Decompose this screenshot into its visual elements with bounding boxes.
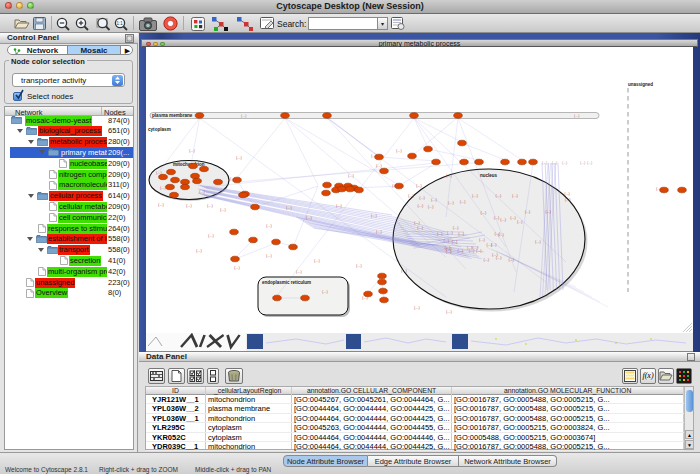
svg-text:endoplasmic reticulum: endoplasmic reticulum — [262, 280, 311, 285]
svg-text:(...): (...) — [467, 246, 473, 250]
svg-text:(...): (...) — [306, 216, 312, 220]
svg-text:(...): (...) — [495, 232, 501, 236]
svg-text:(...): (...) — [266, 224, 272, 228]
svg-text:(...): (...) — [457, 249, 463, 253]
svg-text:(...): (...) — [431, 198, 437, 202]
svg-text:(...): (...) — [446, 310, 452, 314]
svg-text:(...): (...) — [656, 187, 662, 191]
svg-text:(...): (...) — [443, 239, 449, 243]
svg-text:(...): (...) — [196, 249, 202, 253]
svg-text:(...): (...) — [314, 259, 320, 263]
svg-text:(...): (...) — [236, 156, 242, 160]
svg-text:(...): (...) — [496, 194, 502, 198]
svg-text:(...): (...) — [448, 201, 454, 205]
svg-text:(...): (...) — [322, 290, 328, 294]
svg-text:(...): (...) — [158, 203, 164, 207]
svg-text:(...): (...) — [356, 264, 362, 268]
svg-text:(...): (...) — [494, 216, 500, 220]
svg-text:(...): (...) — [408, 194, 414, 198]
svg-text:(...): (...) — [487, 243, 493, 247]
svg-text:(...): (...) — [446, 250, 452, 254]
svg-text:(...): (...) — [476, 249, 482, 253]
svg-text:(...): (...) — [230, 177, 236, 181]
svg-text:(...): (...) — [452, 240, 458, 244]
svg-text:(...): (...) — [234, 266, 240, 270]
svg-text:(...): (...) — [574, 114, 579, 118]
svg-text:(...): (...) — [336, 204, 342, 208]
svg-text:(...): (...) — [371, 154, 377, 158]
svg-text:(...): (...) — [418, 204, 424, 208]
svg-text:(...): (...) — [479, 238, 485, 242]
svg-text:(...): (...) — [496, 256, 502, 260]
svg-text:(...): (...) — [156, 171, 162, 175]
svg-text:(...): (...) — [510, 216, 516, 220]
svg-text:(...): (...) — [587, 161, 592, 165]
svg-text:(...): (...) — [186, 204, 192, 208]
svg-text:(...): (...) — [416, 184, 422, 188]
svg-text:(...): (...) — [241, 114, 246, 118]
svg-text:(...): (...) — [447, 231, 453, 235]
svg-text:(...): (...) — [207, 204, 213, 208]
svg-text:(...): (...) — [542, 161, 547, 165]
svg-text:1:1: 1:1 — [117, 21, 124, 26]
svg-text:plasma membrane: plasma membrane — [152, 113, 193, 118]
svg-text:(...): (...) — [517, 220, 523, 224]
svg-text:(...): (...) — [460, 200, 466, 204]
svg-text:(...): (...) — [545, 210, 551, 214]
svg-text:(...): (...) — [296, 270, 302, 274]
svg-text:(...): (...) — [290, 244, 296, 248]
svg-text:(...): (...) — [396, 149, 402, 153]
svg-text:(...): (...) — [371, 214, 377, 218]
svg-text:(...): (...) — [472, 246, 478, 250]
svg-text:(...): (...) — [220, 208, 226, 212]
svg-text:(...): (...) — [472, 194, 478, 198]
svg-text:nucleus: nucleus — [480, 173, 498, 178]
svg-text:(...): (...) — [525, 210, 531, 214]
svg-text:(...): (...) — [392, 184, 398, 188]
svg-text:(...): (...) — [179, 162, 185, 166]
svg-text:(...): (...) — [428, 205, 434, 209]
svg-text:(...): (...) — [552, 161, 557, 165]
svg-text:(...): (...) — [286, 206, 292, 210]
svg-text:(...): (...) — [401, 269, 407, 273]
svg-text:(...): (...) — [483, 258, 489, 262]
svg-text:(...): (...) — [500, 218, 506, 222]
svg-text:(...): (...) — [208, 234, 214, 238]
svg-text:(...): (...) — [512, 194, 518, 198]
svg-text:(...): (...) — [376, 164, 382, 168]
svg-text:(...): (...) — [458, 232, 464, 236]
svg-text:(...): (...) — [376, 230, 382, 234]
svg-text:(...): (...) — [562, 161, 567, 165]
svg-text:(...): (...) — [446, 174, 452, 178]
svg-text:(...): (...) — [362, 296, 368, 300]
svg-text:(...): (...) — [417, 226, 423, 230]
svg-text:(...): (...) — [535, 240, 541, 244]
svg-text:(...): (...) — [437, 232, 443, 236]
svg-text:(...): (...) — [414, 221, 420, 225]
svg-text:(...): (...) — [564, 192, 570, 196]
svg-text:(...): (...) — [414, 306, 420, 310]
svg-text:(...): (...) — [348, 174, 354, 178]
svg-text:(...): (...) — [481, 211, 487, 215]
svg-text:(...): (...) — [419, 196, 425, 200]
svg-text:(...): (...) — [266, 254, 272, 258]
svg-text:(...): (...) — [565, 198, 571, 202]
svg-text:unassigned: unassigned — [628, 82, 653, 87]
svg-text:(...): (...) — [160, 186, 166, 190]
svg-text:cytoplasm: cytoplasm — [148, 127, 171, 132]
svg-text:(...): (...) — [580, 161, 585, 165]
svg-text:(...): (...) — [189, 149, 195, 153]
svg-text:(...): (...) — [199, 190, 205, 194]
svg-text:(...): (...) — [453, 226, 459, 230]
svg-text:(...): (...) — [508, 258, 514, 262]
